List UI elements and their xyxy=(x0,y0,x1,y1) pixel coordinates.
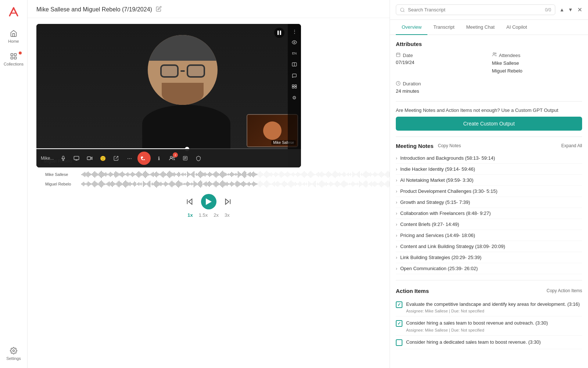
tab-overview[interactable]: Overview xyxy=(396,20,427,35)
speed-1-5x[interactable]: 1.5x xyxy=(199,212,208,218)
search-bar: 0/0 ▲ ▼ ✕ xyxy=(390,0,588,20)
note-item[interactable]: › Content Briefs (9:27- 14:49) xyxy=(396,219,582,230)
note-item[interactable]: › Product Development Challenges (3:30- … xyxy=(396,186,582,197)
action-meta: Assignee: Mike Sallese | Due: Not specif… xyxy=(406,328,548,332)
note-chevron-icon: › xyxy=(396,233,397,238)
svg-marker-28 xyxy=(206,198,212,205)
vt-more-icon[interactable]: ⋮ xyxy=(290,27,299,36)
playback-controls: 1x 1.5x 2x 3x xyxy=(36,194,381,218)
video-main: Miguel Rebelo Mike Sallese xyxy=(36,24,301,167)
vc-share-btn[interactable] xyxy=(111,153,121,163)
note-item[interactable]: › Pricing and Services (14:49- 18:06) xyxy=(396,230,582,241)
search-close-btn[interactable]: ✕ xyxy=(577,6,582,13)
vc-people-btn[interactable]: 2 xyxy=(167,153,177,163)
waveform-bars-miguel[interactable] xyxy=(81,180,390,188)
svg-rect-13 xyxy=(295,87,297,88)
divider-2 xyxy=(396,137,582,137)
divider-3 xyxy=(396,280,582,280)
svg-rect-0 xyxy=(11,54,13,56)
svg-marker-29 xyxy=(225,199,229,205)
tab-meeting-chat[interactable]: Meeting Chat xyxy=(460,20,501,35)
svg-point-7 xyxy=(294,42,295,43)
vt-grid-icon[interactable] xyxy=(290,82,299,91)
create-custom-output-btn[interactable]: Create Custom Output xyxy=(396,117,582,131)
sidebar-item-settings[interactable]: Settings xyxy=(2,344,25,364)
vc-info-btn[interactable]: ℹ xyxy=(154,153,164,163)
waveform-row-mike: Mike Sallese xyxy=(45,170,372,178)
attr-attendees: Attendees Mike Sallese Miguel Rebelo xyxy=(492,52,582,75)
vt-eye-icon[interactable] xyxy=(290,38,299,47)
search-input[interactable] xyxy=(408,7,542,13)
vc-end-call-btn[interactable] xyxy=(137,152,151,165)
svg-rect-33 xyxy=(397,53,400,57)
search-prev-btn[interactable]: ▲ xyxy=(558,6,566,13)
note-text: Product Development Challenges (3:30- 5:… xyxy=(400,188,497,194)
sidebar-home-label: Home xyxy=(8,39,19,43)
svg-rect-11 xyxy=(295,85,297,86)
vc-notes-btn[interactable] xyxy=(180,153,190,163)
action-text: Consider hiring a sales team to boost re… xyxy=(406,319,548,327)
speed-2x[interactable]: 2x xyxy=(214,212,219,218)
note-chevron-icon: › xyxy=(396,211,397,216)
vc-mic-btn[interactable] xyxy=(58,153,68,163)
vt-settings-icon[interactable]: ⚙ xyxy=(290,93,299,102)
svg-rect-3 xyxy=(14,57,17,59)
vc-more-btn[interactable]: ⋯ xyxy=(124,153,135,163)
action-checkbox[interactable] xyxy=(396,339,402,346)
copy-action-items-btn[interactable]: Copy Action Items xyxy=(546,288,582,293)
meeting-notes-section: Meeting Notes Copy Notes Expand All › In… xyxy=(396,143,582,274)
sidebar-collections-label: Collections xyxy=(4,62,24,66)
vc-screen-btn[interactable] xyxy=(71,153,82,163)
attributes-section: Attributes Date 07/19/24 xyxy=(396,41,582,94)
svg-rect-14 xyxy=(74,156,79,160)
play-button[interactable] xyxy=(201,194,216,209)
vc-camera-btn[interactable] xyxy=(85,153,95,163)
action-content: Evaluate the competitive landscape and i… xyxy=(406,301,580,314)
speed-1x[interactable]: 1x xyxy=(187,212,193,218)
note-item[interactable]: › Collaboration with Freelancers (8:48- … xyxy=(396,208,582,219)
svg-rect-5 xyxy=(277,31,279,35)
waveform-section: Mike Sallese Miguel Rebelo xyxy=(36,170,381,188)
waveform-bars-mike[interactable] xyxy=(81,170,390,178)
vc-security-btn[interactable] xyxy=(193,153,204,163)
main-content: Mike Sallese and Miguel Rebelo (7/19/202… xyxy=(28,0,390,368)
vc-emoji-btn[interactable]: 🙂 xyxy=(98,153,108,163)
svg-rect-2 xyxy=(11,57,13,59)
speed-3x[interactable]: 3x xyxy=(225,212,230,218)
tab-ai-copilot[interactable]: AI Copilot xyxy=(501,20,533,35)
note-item[interactable]: › AI Notetaking Market (59:59- 3:30) xyxy=(396,175,582,186)
speed-options: 1x 1.5x 2x 3x xyxy=(187,212,230,218)
note-item[interactable]: › Content and Link Building Strategy (18… xyxy=(396,241,582,252)
note-chevron-icon: › xyxy=(396,189,397,194)
note-text: Open Communication (25:39- 26:02) xyxy=(400,266,478,271)
action-content: Consider hiring a dedicated sales team t… xyxy=(406,339,541,346)
copy-notes-btn[interactable]: Copy Notes xyxy=(438,143,461,148)
settings-icon xyxy=(10,347,18,355)
clock-icon xyxy=(396,81,401,87)
pause-indicator xyxy=(274,28,284,38)
tab-transcript[interactable]: Transcript xyxy=(427,20,460,35)
vt-cc-icon[interactable]: EN xyxy=(290,49,299,58)
attributes-title: Attributes xyxy=(396,41,582,47)
note-item[interactable]: › Link Building Strategies (20:29- 25:39… xyxy=(396,252,582,263)
note-item[interactable]: › Indie Hacker Identity (59:14- 59:46) xyxy=(396,164,582,175)
rewind-button[interactable] xyxy=(186,198,194,206)
fast-forward-button[interactable] xyxy=(224,198,232,206)
note-item[interactable]: › Growth and Strategy (5:15- 7:39) xyxy=(396,197,582,208)
note-item[interactable]: › Open Communication (25:39- 26:02) xyxy=(396,263,582,274)
sidebar-item-home[interactable]: Home xyxy=(2,26,25,46)
expand-all-btn[interactable]: Expand All xyxy=(561,143,582,148)
vt-chat-icon[interactable] xyxy=(290,71,299,80)
note-text: Content and Link Building Strategy (18:0… xyxy=(400,244,505,249)
action-checkbox[interactable] xyxy=(396,320,402,327)
action-checkbox[interactable] xyxy=(396,301,402,308)
note-item[interactable]: › Introduction and Backgrounds (58:13- 5… xyxy=(396,153,582,164)
edit-icon[interactable] xyxy=(156,6,162,13)
search-next-btn[interactable]: ▼ xyxy=(567,6,574,13)
svg-rect-10 xyxy=(292,85,294,86)
custom-gpt-text: Are Meeting Notes and Action Items not e… xyxy=(396,107,582,113)
vt-layout-icon[interactable] xyxy=(290,60,299,69)
sidebar-item-collections[interactable]: Collections xyxy=(2,49,25,69)
playback-buttons xyxy=(186,194,232,209)
note-chevron-icon: › xyxy=(396,167,397,172)
